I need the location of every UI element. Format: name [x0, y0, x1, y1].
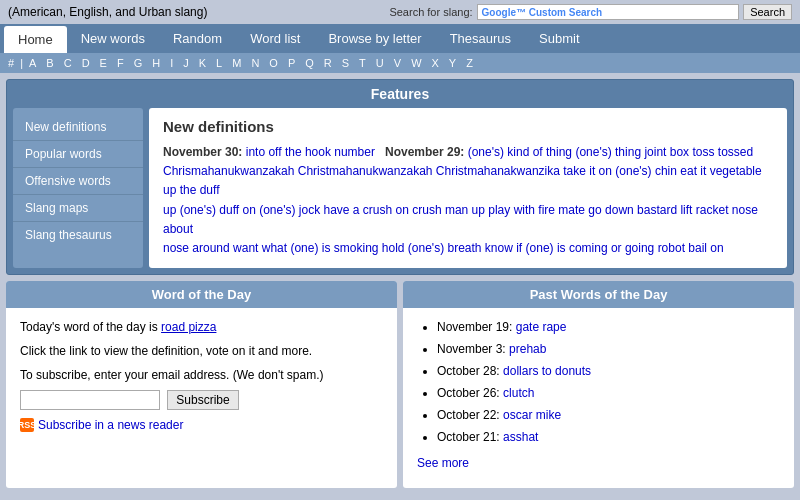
letter-c[interactable]: C	[60, 56, 76, 70]
word-nose-around[interactable]: nose around	[163, 241, 230, 255]
word-know-if[interactable]: know if (one) is coming or going	[485, 241, 654, 255]
search-input-wrap: Google™ Custom Search	[477, 4, 740, 20]
sidebar-item-slang-maps[interactable]: Slang maps	[13, 195, 143, 222]
past-word-dollars-to-donuts[interactable]: dollars to donuts	[503, 364, 591, 378]
word-up-the-duff[interactable]: up the duff	[163, 183, 220, 197]
letter-r[interactable]: R	[320, 56, 336, 70]
letter-z[interactable]: Z	[462, 56, 477, 70]
sidebar-item-slang-thesaurus[interactable]: Slang thesaurus	[13, 222, 143, 248]
header: (American, English, and Urban slang) Sea…	[0, 0, 800, 24]
word-joint[interactable]: joint	[644, 145, 666, 159]
word-eat-it[interactable]: eat it	[680, 164, 706, 178]
word-vegetable[interactable]: vegetable	[710, 164, 762, 178]
letter-s[interactable]: S	[338, 56, 353, 70]
word-box[interactable]: box	[670, 145, 689, 159]
tab-submit[interactable]: Submit	[525, 25, 593, 52]
see-more-link[interactable]: See more	[417, 456, 469, 470]
letter-hash[interactable]: #	[4, 56, 18, 70]
word-of-day-desc: Click the link to view the definition, v…	[20, 342, 383, 360]
rss-row: RSS Subscribe in a news reader	[20, 418, 383, 432]
word-christmahanakwanzika[interactable]: Christmahanakwanzika	[436, 164, 560, 178]
letter-q[interactable]: Q	[301, 56, 318, 70]
letter-n[interactable]: N	[247, 56, 263, 70]
past-word-clutch[interactable]: clutch	[503, 386, 534, 400]
word-man-up[interactable]: man up	[445, 203, 485, 217]
nov29-label: November 29:	[385, 145, 464, 159]
word-crush[interactable]: crush	[412, 203, 441, 217]
tab-random[interactable]: Random	[159, 25, 236, 52]
sidebar-item-new-definitions[interactable]: New definitions	[13, 114, 143, 141]
letter-o[interactable]: O	[265, 56, 282, 70]
past-words-panel: Past Words of the Day November 19: gate …	[403, 281, 794, 488]
rss-link[interactable]: Subscribe in a news reader	[38, 418, 183, 432]
google-logo: Google™ Custom Search	[482, 7, 603, 18]
word-take-it-on[interactable]: take it on (one's) chin	[563, 164, 677, 178]
word-of-day-body: Today's word of the day is road pizza Cl…	[6, 308, 397, 442]
word-up-ones-duff[interactable]: up (one's) duff	[163, 203, 239, 217]
letter-u[interactable]: U	[372, 56, 388, 70]
letter-i[interactable]: I	[166, 56, 177, 70]
word-number[interactable]: number	[334, 145, 375, 159]
letter-h[interactable]: H	[148, 56, 164, 70]
subscribe-button[interactable]: Subscribe	[167, 390, 238, 410]
letter-t[interactable]: T	[355, 56, 370, 70]
letter-b[interactable]: B	[42, 56, 57, 70]
content-title: New definitions	[163, 118, 773, 135]
search-button[interactable]: Search	[743, 4, 792, 20]
letter-y[interactable]: Y	[445, 56, 460, 70]
past-word-gate-rape[interactable]: gate rape	[516, 320, 567, 334]
word-ones-thing[interactable]: (one's) thing	[575, 145, 641, 159]
list-item: October 21: asshat	[437, 428, 780, 446]
word-bastard[interactable]: bastard	[637, 203, 677, 217]
word-chrismahanukwanzakah2[interactable]: Christmahanukwanzakah	[298, 164, 433, 178]
letter-w[interactable]: W	[407, 56, 425, 70]
letter-l[interactable]: L	[212, 56, 226, 70]
sidebar-item-offensive-words[interactable]: Offensive words	[13, 168, 143, 195]
letter-j[interactable]: J	[179, 56, 193, 70]
letter-g[interactable]: G	[130, 56, 147, 70]
letter-k[interactable]: K	[195, 56, 210, 70]
nav-tabs: Home New words Random Word list Browse b…	[0, 24, 800, 53]
tab-browse-by-letter[interactable]: Browse by letter	[314, 25, 435, 52]
word-robot[interactable]: robot	[658, 241, 685, 255]
letter-bar: # | A B C D E F G H I J K L M N O P Q R …	[0, 53, 800, 73]
letter-v[interactable]: V	[390, 56, 405, 70]
subscribe-row: Subscribe	[20, 390, 383, 410]
letter-e[interactable]: E	[96, 56, 111, 70]
word-mate[interactable]: mate	[558, 203, 585, 217]
letter-d[interactable]: D	[78, 56, 94, 70]
word-have-a-crush-on[interactable]: have a crush on	[323, 203, 408, 217]
tab-word-list[interactable]: Word list	[236, 25, 314, 52]
tab-home[interactable]: Home	[4, 26, 67, 53]
word-play-with-fire[interactable]: play with fire	[488, 203, 555, 217]
word-want-what[interactable]: want what (one) is smoking	[233, 241, 378, 255]
sidebar-item-popular-words[interactable]: Popular words	[13, 141, 143, 168]
past-word-prehab[interactable]: prehab	[509, 342, 546, 356]
letter-m[interactable]: M	[228, 56, 245, 70]
word-toss[interactable]: toss	[692, 145, 714, 159]
rss-icon: RSS	[20, 418, 34, 432]
word-on-ones-jock[interactable]: on (one's) jock	[242, 203, 320, 217]
word-lift[interactable]: lift	[680, 203, 692, 217]
email-input[interactable]	[20, 390, 160, 410]
word-off-the-hook[interactable]: off the hook	[268, 145, 331, 159]
word-racket[interactable]: racket	[696, 203, 729, 217]
word-into[interactable]: into	[246, 145, 265, 159]
word-tossed[interactable]: tossed	[718, 145, 753, 159]
tab-new-words[interactable]: New words	[67, 25, 159, 52]
tab-thesaurus[interactable]: Thesaurus	[436, 25, 525, 52]
past-word-asshat[interactable]: asshat	[503, 430, 538, 444]
past-word-oscar-mike[interactable]: oscar mike	[503, 408, 561, 422]
features-inner: New definitions Popular words Offensive …	[13, 108, 787, 268]
search-input[interactable]	[604, 6, 734, 18]
word-chrismahanukwanzakah1[interactable]: Chrismahanukwanzakah	[163, 164, 294, 178]
word-bail-on[interactable]: bail on	[688, 241, 723, 255]
letter-x[interactable]: X	[428, 56, 443, 70]
letter-f[interactable]: F	[113, 56, 128, 70]
word-ones-kind-of-thing[interactable]: (one's) kind of thing	[468, 145, 572, 159]
word-of-day-link[interactable]: road pizza	[161, 320, 216, 334]
word-hold-ones-breath[interactable]: hold (one's) breath	[382, 241, 482, 255]
letter-p[interactable]: P	[284, 56, 299, 70]
word-go-down[interactable]: go down	[588, 203, 633, 217]
letter-a[interactable]: A	[25, 56, 40, 70]
